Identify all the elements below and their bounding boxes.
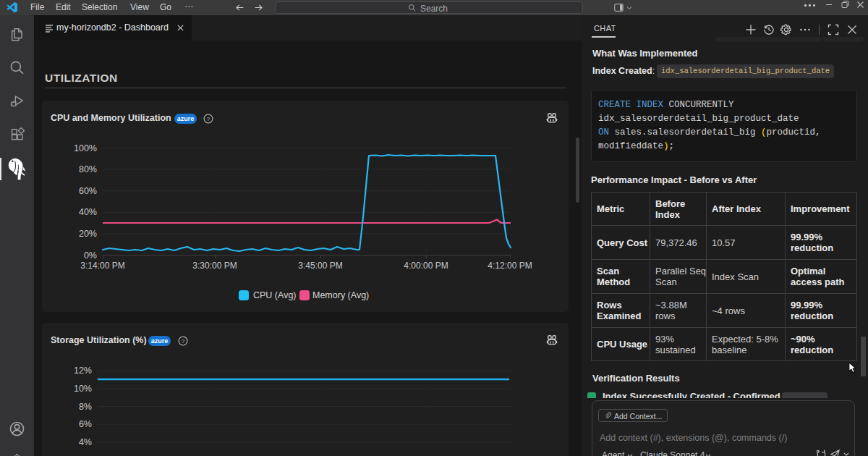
svg-text:4:12:00 PM: 4:12:00 PM: [488, 261, 532, 271]
svg-text:20%: 20%: [79, 229, 97, 239]
svg-text:Memory (Avg): Memory (Avg): [312, 290, 369, 300]
svg-text:80%: 80%: [79, 164, 97, 174]
svg-text:4:00:00 PM: 4:00:00 PM: [404, 261, 448, 271]
svg-text:3:45:00 PM: 3:45:00 PM: [298, 261, 342, 271]
svg-text:12%: 12%: [74, 366, 92, 376]
svg-text:4%: 4%: [79, 437, 92, 447]
svg-text:3:30:00 PM: 3:30:00 PM: [192, 261, 237, 271]
svg-text:60%: 60%: [79, 186, 97, 196]
svg-text:3:14:00 PM: 3:14:00 PM: [80, 261, 124, 271]
svg-text:8%: 8%: [79, 402, 92, 412]
svg-text:CPU (Avg): CPU (Avg): [253, 290, 297, 300]
svg-text:100%: 100%: [74, 143, 97, 153]
svg-text:40%: 40%: [79, 207, 97, 217]
svg-text:6%: 6%: [79, 419, 92, 429]
svg-text:10%: 10%: [74, 384, 92, 394]
svg-text:0%: 0%: [84, 250, 97, 261]
